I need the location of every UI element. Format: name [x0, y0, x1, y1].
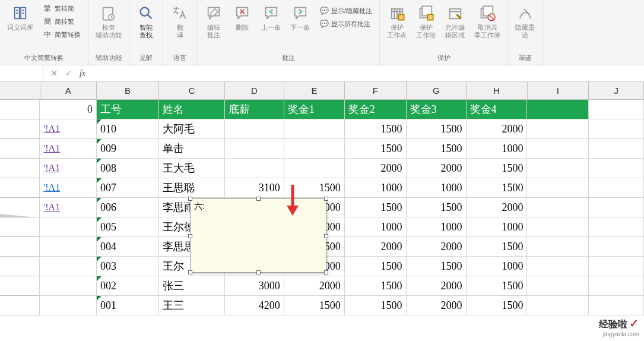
cell[interactable]: 009	[97, 139, 159, 159]
cell[interactable]	[527, 276, 589, 296]
row-header[interactable]	[0, 100, 40, 119]
row-header[interactable]	[0, 198, 40, 217]
cell[interactable]: 1500	[345, 296, 407, 315]
cell[interactable]	[527, 296, 589, 315]
cell[interactable]	[284, 139, 345, 159]
resize-handle[interactable]	[188, 234, 192, 238]
col-header-I[interactable]: I	[528, 82, 589, 100]
cell[interactable]	[40, 237, 97, 257]
cell[interactable]: 001	[97, 296, 159, 315]
cell[interactable]	[527, 159, 589, 178]
cell[interactable]	[527, 178, 589, 198]
col-header-J[interactable]: J	[589, 82, 644, 100]
cell[interactable]: 奖金3	[407, 100, 467, 119]
cell[interactable]	[527, 139, 589, 159]
comment-box[interactable]: 六:	[190, 198, 326, 273]
cell[interactable]	[589, 159, 644, 178]
enter-button[interactable]: ✓	[62, 68, 74, 80]
row-header[interactable]	[0, 178, 40, 198]
prev-comment-button[interactable]: 上一条	[258, 1, 284, 34]
edit-comment-button[interactable]: 编辑 批注	[201, 1, 227, 42]
cell[interactable]: 1000	[345, 178, 407, 198]
cell[interactable]	[527, 198, 589, 217]
cell[interactable]: 张三	[159, 276, 225, 296]
cell[interactable]: 1500	[407, 198, 467, 217]
cell[interactable]: 工号	[97, 100, 159, 119]
cell[interactable]	[40, 257, 97, 276]
cell[interactable]: 3000	[225, 276, 284, 296]
cell[interactable]: 010	[97, 119, 159, 139]
cancel-button[interactable]: ✕	[48, 68, 60, 80]
cell[interactable]	[527, 100, 589, 119]
cell[interactable]: 008	[97, 159, 159, 178]
cell[interactable]: 1000	[407, 178, 467, 198]
show-hide-comment-button[interactable]: 💬显示/隐藏批注	[316, 5, 376, 17]
resize-handle[interactable]	[324, 270, 328, 274]
col-header-D[interactable]: D	[225, 82, 284, 100]
cell[interactable]	[284, 159, 345, 178]
trad-to-simp-button[interactable]: 繁繁转简	[39, 2, 84, 14]
cell[interactable]	[589, 276, 644, 296]
cell[interactable]: 1500	[284, 296, 345, 315]
cell[interactable]: 1000	[407, 217, 467, 237]
cell[interactable]	[527, 217, 589, 237]
protect-sheet-button[interactable]: 保护 工作表	[383, 1, 410, 42]
cell[interactable]: 1500	[467, 296, 528, 315]
cell[interactable]: 2000	[345, 237, 407, 257]
cell[interactable]: 1500	[407, 139, 467, 159]
cell[interactable]: 0	[40, 100, 97, 119]
name-box[interactable]	[0, 65, 43, 81]
cell[interactable]: 王三	[159, 296, 225, 315]
cell[interactable]: 002	[97, 276, 159, 296]
cell[interactable]: 2000	[407, 296, 467, 315]
next-comment-button[interactable]: 下一条	[287, 1, 313, 34]
cell[interactable]: 2000	[345, 159, 407, 178]
cell[interactable]: 姓名	[159, 100, 225, 119]
smart-lookup-button[interactable]: 智能 查找	[133, 1, 159, 42]
col-header-C[interactable]: C	[159, 82, 225, 100]
cell[interactable]: '!A1	[40, 159, 97, 178]
cell[interactable]: 3100	[225, 178, 284, 198]
cell[interactable]: 1500	[345, 119, 407, 139]
cell[interactable]: 004	[97, 237, 159, 257]
cell[interactable]: 奖金1	[284, 100, 345, 119]
cell[interactable]: 1500	[345, 198, 407, 217]
cell[interactable]: 大阿毛	[159, 119, 225, 139]
cell[interactable]	[589, 257, 644, 276]
resize-handle[interactable]	[256, 270, 261, 274]
allow-edit-ranges-button[interactable]: 允许编 辑区域	[442, 1, 468, 42]
cell[interactable]	[225, 119, 284, 139]
fx-button[interactable]: fx	[77, 68, 88, 80]
cell[interactable]: '!A1	[40, 139, 97, 159]
row-header[interactable]	[0, 139, 40, 159]
cell[interactable]: 奖金4	[467, 100, 528, 119]
cell[interactable]: 2000	[467, 198, 528, 217]
simp-to-trad-button[interactable]: 簡简转繁	[39, 15, 84, 27]
cell[interactable]	[527, 237, 589, 257]
cell[interactable]	[225, 159, 284, 178]
cell[interactable]: 1500	[407, 119, 467, 139]
cell[interactable]: 1500	[407, 257, 467, 276]
row-header[interactable]	[0, 119, 40, 139]
row-header[interactable]	[0, 296, 40, 315]
cell[interactable]	[589, 119, 644, 139]
cell[interactable]: 1000	[467, 257, 528, 276]
cell[interactable]: 4200	[225, 296, 284, 315]
cell[interactable]	[40, 276, 97, 296]
row-header[interactable]	[0, 237, 40, 257]
resize-handle[interactable]	[188, 270, 192, 274]
row-header[interactable]	[0, 159, 40, 178]
cell[interactable]	[284, 119, 345, 139]
cell[interactable]: 2000	[407, 159, 467, 178]
protect-workbook-button[interactable]: 保护 工作簿	[413, 1, 439, 42]
cell[interactable]: '!A1	[40, 198, 97, 217]
col-header-F[interactable]: F	[345, 82, 407, 100]
cell[interactable]: 003	[97, 257, 159, 276]
col-header-E[interactable]: E	[284, 82, 345, 100]
cell[interactable]: 007	[97, 178, 159, 198]
cell[interactable]: 006	[97, 198, 159, 217]
resize-handle[interactable]	[256, 197, 261, 201]
cell[interactable]	[589, 139, 644, 159]
cell[interactable]	[589, 100, 644, 119]
show-all-comments-button[interactable]: 💬显示所有批注	[316, 18, 376, 30]
